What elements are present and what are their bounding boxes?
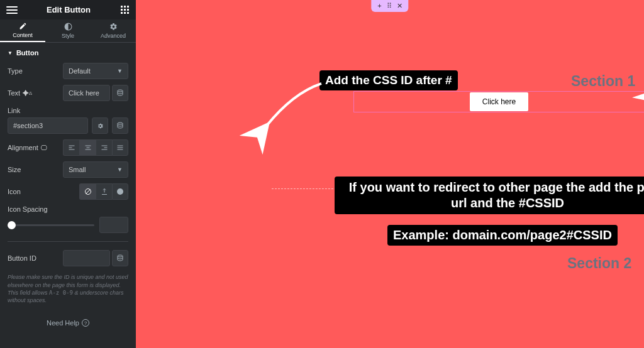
annotation-css-id: Add the CSS ID after # — [319, 70, 458, 90]
align-right-button[interactable] — [96, 139, 112, 156]
dynamic-tags-button[interactable] — [112, 85, 128, 101]
chevron-down-icon: ▼ — [117, 166, 123, 173]
drag-section-icon[interactable]: ⠿ — [387, 2, 392, 10]
label-size: Size — [8, 166, 59, 173]
row-link: Link — [8, 107, 128, 134]
responsive-icon[interactable]: 🖵 — [41, 144, 47, 151]
tab-advanced-label: Advanced — [101, 33, 126, 39]
apps-icon[interactable] — [119, 5, 130, 15]
align-justify-icon — [116, 144, 124, 151]
preview-canvas: + ⠿ ✕ Section 1 Click here Section 2 Add… — [136, 0, 644, 348]
label-alignment: Alignment 🖵 — [8, 144, 59, 151]
section-1-heading: Section 1 — [571, 73, 635, 90]
panel-footer[interactable]: Need Help ? — [0, 310, 136, 348]
align-justify-button[interactable] — [112, 139, 128, 156]
row-alignment: Alignment 🖵 — [8, 139, 128, 156]
icon-library-button[interactable] — [112, 183, 128, 200]
row-type: Type Default ▼ — [8, 63, 128, 79]
svg-point-2 — [118, 122, 123, 124]
row-icon-spacing: Icon Spacing — [8, 205, 128, 233]
tab-content[interactable]: Content — [0, 19, 45, 42]
align-center-icon — [84, 144, 92, 151]
gear-icon — [109, 23, 118, 31]
slider-thumb[interactable] — [8, 221, 16, 229]
editor-panel: Edit Button Content Style Advanced ▼ But… — [0, 0, 136, 348]
button-id-input[interactable] — [63, 250, 110, 266]
label-icon-spacing: Icon Spacing — [8, 205, 128, 213]
controls: Type Default ▼ Text ✦࿏ — [0, 63, 136, 310]
tab-advanced[interactable]: Advanced — [91, 19, 136, 42]
svg-point-1 — [118, 90, 123, 92]
row-button-id: Button ID — [8, 250, 128, 266]
panel-header: Edit Button — [0, 0, 136, 19]
link-options-button[interactable] — [92, 117, 108, 134]
database-icon — [116, 89, 124, 97]
circle-icon — [117, 188, 123, 195]
tab-style-label: Style — [62, 33, 74, 39]
gear-icon — [97, 122, 104, 129]
align-center-button[interactable] — [79, 139, 96, 156]
label-link: Link — [8, 107, 59, 114]
chevron-down-icon: ▼ — [117, 68, 123, 74]
button-widget-frame[interactable]: Click here — [353, 91, 644, 112]
icon-spacing-slider[interactable] — [8, 224, 94, 226]
panel-tabs: Content Style Advanced — [0, 19, 136, 43]
svg-point-4 — [118, 255, 123, 257]
database-icon — [116, 122, 124, 129]
row-text: Text ✦࿏ — [8, 85, 128, 101]
size-select[interactable]: Small ▼ — [63, 161, 128, 178]
need-help-label: Need Help — [47, 319, 79, 327]
icon-none-button[interactable] — [79, 183, 96, 200]
panel-title: Edit Button — [18, 5, 119, 14]
text-input[interactable] — [63, 85, 110, 101]
section-toggle-button[interactable]: ▼ Button — [0, 43, 136, 63]
database-icon — [116, 254, 124, 262]
type-value: Default — [69, 67, 91, 75]
button-id-hint: Please make sure the ID is unique and no… — [8, 272, 128, 304]
tab-content-label: Content — [13, 32, 33, 38]
menu-icon[interactable] — [6, 4, 18, 16]
help-icon: ? — [82, 319, 89, 327]
type-select[interactable]: Default ▼ — [63, 63, 128, 79]
label-type: Type — [8, 67, 59, 75]
section-2-heading: Section 2 — [567, 255, 631, 272]
label-button-id: Button ID — [8, 254, 59, 262]
click-here-button[interactable]: Click here — [470, 92, 528, 111]
row-icon: Icon — [8, 183, 128, 200]
icon-spacing-value-input[interactable] — [99, 217, 128, 233]
align-left-button[interactable] — [63, 139, 79, 156]
tab-style[interactable]: Style — [45, 19, 91, 42]
align-right-icon — [101, 144, 108, 151]
upload-icon — [101, 188, 108, 195]
ai-sparkle-icon[interactable]: ✦࿏ — [23, 90, 32, 97]
align-left-icon — [68, 144, 75, 151]
caret-down-icon: ▼ — [8, 50, 13, 56]
section-handle: + ⠿ ✕ — [371, 0, 408, 12]
icon-upload-button[interactable] — [96, 183, 112, 200]
close-section-button[interactable]: ✕ — [397, 2, 402, 10]
button-id-dynamic-button[interactable] — [112, 250, 128, 266]
add-section-button[interactable]: + — [377, 2, 381, 10]
label-icon: Icon — [8, 188, 59, 195]
pencil-icon — [19, 22, 27, 30]
divider — [8, 241, 128, 242]
annotation-example: Example: domain.com/page2#CSSID — [387, 225, 618, 246]
section-title: Button — [16, 49, 38, 57]
size-value: Small — [69, 166, 86, 173]
label-text: Text ✦࿏ — [8, 89, 59, 97]
link-dynamic-button[interactable] — [112, 117, 128, 134]
contrast-icon — [64, 23, 72, 31]
ban-icon — [84, 188, 92, 195]
annotation-arrow-1 — [262, 80, 325, 131]
link-input[interactable] — [8, 117, 88, 134]
row-size: Size Small ▼ — [8, 161, 128, 178]
annotation-redirect: If you want to redirect to other page th… — [335, 177, 644, 214]
